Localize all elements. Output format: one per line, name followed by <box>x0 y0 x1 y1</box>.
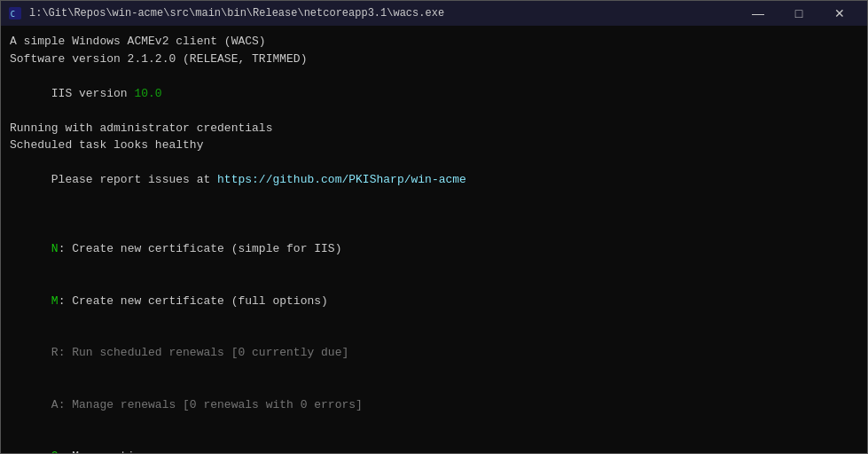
report-prefix: Please report issues at <box>51 173 217 186</box>
minimize-button[interactable]: — <box>738 1 778 26</box>
console-line-4: Running with administrator credentials <box>10 120 858 137</box>
menu-key-n: N <box>51 242 59 255</box>
terminal-window: C l:\Git\Repos\win-acme\src\main\bin\Rel… <box>0 0 868 454</box>
menu-item-n: N: Create new certificate (simple for II… <box>10 223 858 276</box>
blank-line-1 <box>10 206 858 223</box>
console-line-3: IIS version 10.0 <box>10 67 858 120</box>
console-output[interactable]: A simple Windows ACMEv2 client (WACS) So… <box>1 26 867 453</box>
console-line-1: A simple Windows ACMEv2 client (WACS) <box>10 33 858 51</box>
iis-version: 10.0 <box>134 87 161 100</box>
console-line-5: Scheduled task looks healthy <box>10 137 858 154</box>
terminal-icon: C <box>8 6 22 20</box>
close-button[interactable]: ✕ <box>819 1 860 26</box>
menu-key-a: A <box>51 398 59 411</box>
iis-label: IIS version <box>51 87 135 100</box>
menu-item-o: O: More options... <box>10 431 858 454</box>
menu-item-a: A: Manage renewals [0 renewals with 0 er… <box>10 379 858 431</box>
svg-text:C: C <box>11 10 15 19</box>
window-title: l:\Git\Repos\win-acme\src\main\bin\Relea… <box>29 7 731 20</box>
menu-text-n: : Create new certificate (simple for IIS… <box>59 242 342 255</box>
title-bar: C l:\Git\Repos\win-acme\src\main\bin\Rel… <box>1 1 867 26</box>
report-link: https://github.com/PKISharp/win-acme <box>217 173 466 186</box>
menu-text-r: : Run scheduled renewals [0 currently du… <box>59 346 349 359</box>
menu-key-m: M <box>51 294 59 308</box>
menu-text-m: : Create new certificate (full options) <box>59 294 328 308</box>
menu-item-r: R: Run scheduled renewals [0 currently d… <box>10 327 858 380</box>
menu-key-r: R <box>51 346 59 359</box>
menu-item-m: M: Create new certificate (full options) <box>10 275 858 327</box>
menu-text-o: : More options... <box>59 450 176 453</box>
menu-key-o: O <box>51 450 59 453</box>
console-line-6: Please report issues at https://github.c… <box>10 154 858 207</box>
window-controls: — □ ✕ <box>738 1 860 26</box>
menu-text-a: : Manage renewals [0 renewals with 0 err… <box>59 398 363 411</box>
console-line-2: Software version 2.1.2.0 (RELEASE, TRIMM… <box>10 51 858 68</box>
maximize-button[interactable]: □ <box>778 1 819 26</box>
